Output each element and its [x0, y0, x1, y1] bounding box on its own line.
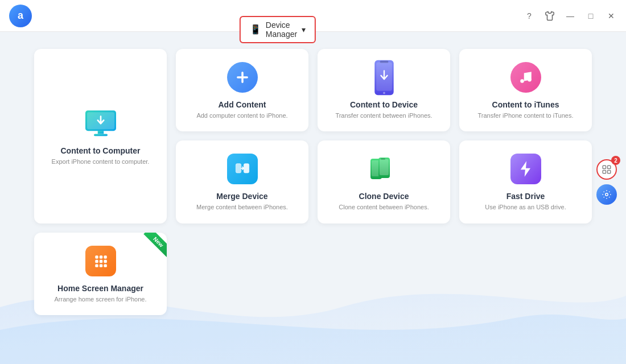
svg-rect-29	[608, 171, 611, 173]
add-content-icon	[225, 60, 260, 94]
logo: a	[9, 5, 32, 27]
phone-icon: 📱	[250, 24, 261, 35]
svg-rect-27	[608, 166, 611, 168]
svg-rect-20	[95, 260, 98, 263]
home-screen-manager-icon	[84, 244, 118, 278]
card-home-screen-manager[interactable]: New Home Screen Manager Arrange hom	[34, 233, 167, 315]
svg-rect-16	[381, 158, 385, 160]
card-title: Add Content	[219, 100, 266, 109]
card-desc: Transfer content between iPhones.	[335, 111, 432, 120]
card-title: Clone Device	[359, 192, 409, 201]
content-to-device-icon	[367, 60, 401, 94]
grid-button-wrapper: 2	[596, 159, 617, 180]
help-button[interactable]: ?	[524, 10, 535, 22]
svg-point-30	[606, 193, 608, 196]
card-title: Home Screen Manager	[57, 284, 143, 293]
svg-rect-26	[603, 166, 606, 168]
svg-rect-2	[97, 131, 104, 134]
merge-device-icon	[225, 152, 260, 186]
card-desc: Use iPhone as an USB drive.	[485, 203, 566, 212]
card-title: Content to Computer	[61, 146, 141, 155]
minimize-button[interactable]: —	[565, 10, 576, 22]
title-bar: a 1 📱 Device Manager ▾ ? — □ ✕	[0, 0, 626, 32]
svg-rect-25	[104, 264, 106, 267]
card-merge-device[interactable]: Merge Device Merge content between iPhon…	[176, 140, 308, 223]
tool-button[interactable]	[596, 184, 617, 205]
card-desc: Transfer iPhone content to iTunes.	[478, 111, 574, 120]
svg-point-7	[383, 92, 385, 94]
svg-point-9	[528, 78, 532, 82]
svg-rect-22	[104, 260, 106, 263]
card-desc: Add computer content to iPhone.	[196, 111, 287, 120]
svg-rect-28	[603, 171, 606, 173]
device-manager-button[interactable]: 📱 Device Manager ▾	[240, 16, 316, 43]
new-badge: New	[135, 233, 167, 264]
content-to-computer-icon	[84, 106, 118, 140]
svg-rect-19	[104, 255, 106, 258]
card-desc: Export iPhone content to computer.	[52, 158, 150, 166]
card-desc: Merge content between iPhones.	[196, 203, 288, 212]
svg-rect-18	[99, 255, 102, 258]
card-desc: Arrange home screen for iPhone.	[54, 295, 146, 304]
svg-rect-24	[99, 264, 102, 267]
card-content-to-computer[interactable]: Content to Computer Export iPhone conten…	[34, 49, 167, 224]
card-title: Content to iTunes	[492, 100, 559, 109]
svg-rect-23	[95, 264, 98, 267]
svg-rect-3	[94, 134, 108, 136]
right-sidebar: 2	[596, 159, 617, 205]
svg-rect-17	[95, 255, 98, 258]
svg-point-8	[520, 79, 524, 83]
card-content-to-device[interactable]: Content to Device Transfer content betwe…	[318, 49, 450, 131]
svg-rect-11	[244, 164, 249, 173]
svg-rect-15	[380, 159, 389, 175]
device-manager-label: Device Manager	[266, 20, 297, 39]
svg-rect-21	[99, 260, 102, 263]
close-button[interactable]: ✕	[606, 10, 617, 22]
badge-2: 2	[611, 156, 620, 165]
card-title: Merge Device	[216, 192, 267, 201]
card-content-to-itunes[interactable]: Content to iTunes Transfer iPhone conten…	[459, 49, 592, 131]
card-clone-device[interactable]: Clone Device Clone content between iPhon…	[318, 140, 450, 223]
card-title: Content to Device	[350, 100, 418, 109]
chevron-down-icon: ▾	[302, 25, 306, 34]
content-to-itunes-icon	[509, 60, 543, 94]
card-add-content[interactable]: Add Content Add computer content to iPho…	[176, 49, 308, 131]
main-content: Content to Computer Export iPhone conten…	[0, 32, 626, 332]
shirt-icon[interactable]	[544, 10, 555, 22]
svg-rect-10	[236, 164, 241, 173]
clone-device-icon	[367, 152, 401, 186]
card-desc: Clone content between iPhones.	[339, 203, 429, 212]
card-fast-drive[interactable]: Fast Drive Use iPhone as an USB drive.	[459, 140, 592, 223]
title-bar-left: a	[9, 5, 32, 27]
card-title: Fast Drive	[506, 192, 545, 201]
maximize-button[interactable]: □	[585, 10, 596, 22]
svg-rect-6	[380, 60, 388, 63]
title-bar-right: ? — □ ✕	[524, 10, 617, 22]
fast-drive-icon	[509, 152, 543, 186]
